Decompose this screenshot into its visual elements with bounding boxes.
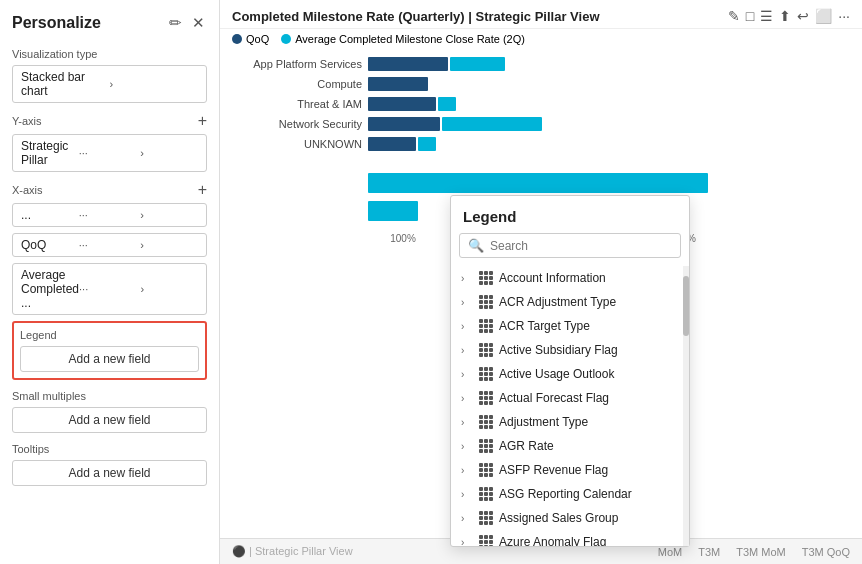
expand-arrow-icon: › <box>461 537 473 547</box>
bar-label-1: Compute <box>232 78 362 90</box>
chart-toolbar: ✎ □ ☰ ⬆ ↩ ⬜ ··· <box>728 8 850 24</box>
grid-icon <box>479 487 493 501</box>
list-item-label: Actual Forecast Flag <box>499 391 609 405</box>
small-multiples-section: Small multiples Add a new field <box>12 390 207 433</box>
list-item[interactable]: › Azure Anomaly Flag <box>451 530 689 546</box>
bar-label-0: App Platform Services <box>232 58 362 70</box>
scrollbar-track[interactable] <box>683 266 689 546</box>
chart-more-btn[interactable]: ··· <box>838 8 850 24</box>
bottom-t3m-qoq: T3M QoQ <box>802 546 850 558</box>
bar-row-2: Threat & IAM <box>232 97 850 111</box>
personalize-panel: Personalize ✏ ✕ Visualization type Stack… <box>0 0 220 564</box>
grid-icon <box>479 439 493 453</box>
y-axis-dropdown[interactable]: Strategic Pillar ··· › <box>12 134 207 172</box>
list-item[interactable]: › Adjustment Type <box>451 410 689 434</box>
expand-arrow-icon: › <box>461 369 473 380</box>
chart-export-btn[interactable]: ⬆ <box>779 8 791 24</box>
chart-list-btn[interactable]: ☰ <box>760 8 773 24</box>
list-item[interactable]: › ASG Reporting Calendar <box>451 482 689 506</box>
viz-type-dropdown[interactable]: Stacked bar chart › <box>12 65 207 103</box>
x-axis-row1-dots: ··· <box>79 209 137 221</box>
bar-label-4: UNKNOWN <box>232 138 362 150</box>
list-item[interactable]: › ASFP Revenue Flag <box>451 458 689 482</box>
x-axis-row2-chevron: › <box>140 239 198 251</box>
x-axis-row1[interactable]: ... ··· › <box>12 203 207 227</box>
search-box[interactable]: 🔍 <box>459 233 681 258</box>
list-item-label: Adjustment Type <box>499 415 588 429</box>
grid-icon <box>479 511 493 525</box>
y-axis-section-row: Y-axis + <box>12 113 207 129</box>
list-item[interactable]: › Active Subsidiary Flag <box>451 338 689 362</box>
y-axis-chevron: › <box>140 147 198 159</box>
x-axis-row2[interactable]: QoQ ··· › <box>12 233 207 257</box>
panel-edit-icon[interactable]: ✏ <box>167 12 184 34</box>
list-item[interactable]: › ACR Adjustment Type <box>451 290 689 314</box>
bar-container-1 <box>368 77 428 91</box>
list-item[interactable]: › Assigned Sales Group <box>451 506 689 530</box>
x-axis-row3-dots: ··· <box>79 283 136 295</box>
expand-arrow-icon: › <box>461 417 473 428</box>
chart-expand-btn[interactable]: ⬜ <box>815 8 832 24</box>
list-item-label: AGR Rate <box>499 439 554 453</box>
dot-avg <box>281 34 291 44</box>
search-icon: 🔍 <box>468 238 484 253</box>
list-item-label: Active Subsidiary Flag <box>499 343 618 357</box>
list-item[interactable]: › AGR Rate <box>451 434 689 458</box>
x-axis-row2-dots: ··· <box>79 239 137 251</box>
legend-dot-qoq: QoQ <box>232 33 269 45</box>
right-panel: Completed Milestone Rate (Quarterly) | S… <box>220 0 862 564</box>
bar-row-1: Compute <box>232 77 850 91</box>
x-axis-section-row: X-axis + <box>12 182 207 198</box>
y-axis-label: Y-axis <box>12 115 42 127</box>
bar-container-0 <box>368 57 505 71</box>
legend-dropdown-overlay: Legend 🔍 › Account Information › ACR Adj… <box>450 195 690 547</box>
y-axis-value: Strategic Pillar <box>21 139 79 167</box>
expand-arrow-icon: › <box>461 393 473 404</box>
list-item-label: Active Usage Outlook <box>499 367 614 381</box>
large-bar-row <box>220 173 862 193</box>
grid-icon <box>479 295 493 309</box>
x-axis-add-btn[interactable]: + <box>198 182 207 198</box>
legend-dot-avg: Average Completed Milestone Close Rate (… <box>281 33 525 45</box>
bar-container-4 <box>368 137 436 151</box>
grid-icon <box>479 343 493 357</box>
bar-cyan-0 <box>450 57 505 71</box>
expand-arrow-icon: › <box>461 345 473 356</box>
chart-legend-dots: QoQ Average Completed Milestone Close Ra… <box>220 29 862 49</box>
list-item[interactable]: › Active Usage Outlook <box>451 362 689 386</box>
list-item-label: Azure Anomaly Flag <box>499 535 606 546</box>
list-item[interactable]: › Actual Forecast Flag <box>451 386 689 410</box>
list-item-label: ASFP Revenue Flag <box>499 463 608 477</box>
chart-title: Completed Milestone Rate (Quarterly) | S… <box>232 9 600 24</box>
grid-icon <box>479 463 493 477</box>
grid-icon <box>479 319 493 333</box>
panel-close-icon[interactable]: ✕ <box>190 12 207 34</box>
list-item[interactable]: › Account Information <box>451 266 689 290</box>
bottom-t3m: T3M <box>698 546 720 558</box>
bar-dark-0 <box>368 57 448 71</box>
x-axis-label: X-axis <box>12 184 43 196</box>
tooltips-add-btn[interactable]: Add a new field <box>12 460 207 486</box>
x-axis-row1-chevron: › <box>140 209 198 221</box>
legend-section-label: Legend <box>20 329 199 341</box>
bar-cyan-3 <box>442 117 542 131</box>
y-axis-add-btn[interactable]: + <box>198 113 207 129</box>
tooltips-label: Tooltips <box>12 443 207 455</box>
viz-type-chevron: › <box>110 78 199 90</box>
scrollbar-thumb[interactable] <box>683 276 689 336</box>
legend-label-avg: Average Completed Milestone Close Rate (… <box>295 33 525 45</box>
bar-dark-1 <box>368 77 428 91</box>
chart-copy-btn[interactable]: □ <box>746 8 754 24</box>
chart-pencil-btn[interactable]: ✎ <box>728 8 740 24</box>
chart-undo-btn[interactable]: ↩ <box>797 8 809 24</box>
small-multiples-add-btn[interactable]: Add a new field <box>12 407 207 433</box>
bottom-mom: MoM <box>658 546 682 558</box>
expand-arrow-icon: › <box>461 273 473 284</box>
search-input[interactable] <box>490 239 672 253</box>
bar-cyan-2 <box>438 97 456 111</box>
x-axis-row3[interactable]: Average Completed ... ··· › <box>12 263 207 315</box>
list-item-label: ACR Adjustment Type <box>499 295 616 309</box>
legend-add-field-btn[interactable]: Add a new field <box>20 346 199 372</box>
bar-cyan-4 <box>418 137 436 151</box>
list-item[interactable]: › ACR Target Type <box>451 314 689 338</box>
